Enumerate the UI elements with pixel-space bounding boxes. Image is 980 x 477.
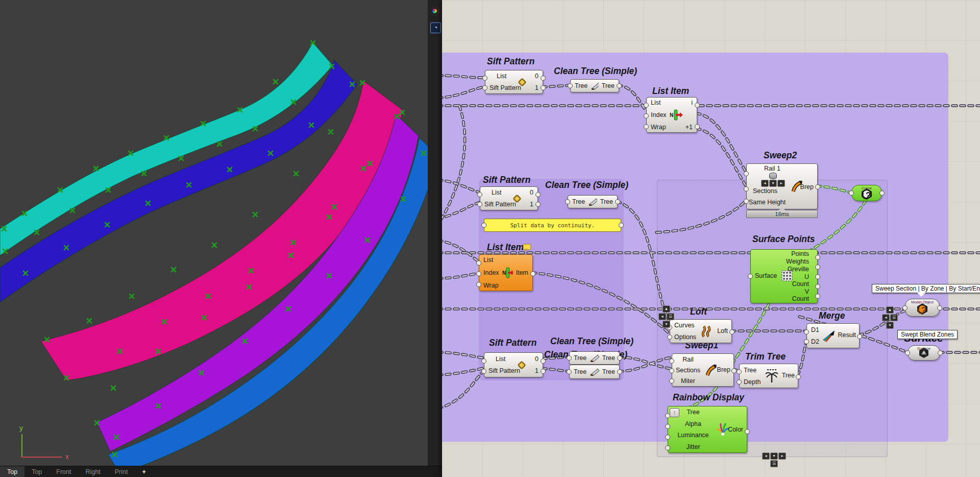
param-model-object[interactable]: Model Object (905, 299, 940, 317)
panel-text: Split data by continuity. (510, 222, 595, 229)
title-merge: Merge (819, 311, 845, 321)
list-item-icon: N (502, 267, 513, 278)
component-clean-tree-2[interactable]: Tree Tree (568, 195, 618, 208)
svg-text:N: N (502, 270, 506, 276)
viewport-tab-bar: Top Top Front Right Print + (0, 466, 442, 477)
output-brep: Brep (717, 366, 730, 373)
input-tree: Tree (744, 367, 756, 374)
output-i: i (691, 99, 693, 106)
output-tree: Tree (600, 198, 613, 205)
tab-top-active[interactable]: Top (0, 466, 24, 477)
param-surface[interactable]: Surface (908, 345, 940, 361)
component-sift-pattern-1[interactable]: List0 Sift Pattern1 (485, 70, 543, 94)
tooltip-swept-blend-zones: Swept Blend Zones (897, 330, 958, 339)
input-alpha: Alpha (685, 420, 701, 427)
output-weights: Weights (786, 258, 809, 265)
grasshopper-canvas[interactable]: Sift Pattern Clean Tree (Simple) List It… (442, 0, 980, 477)
output-points: Points (791, 250, 809, 257)
title-clean-tree-3: Clean Tree (Simple) (550, 336, 633, 347)
viewport-geometry (0, 0, 428, 466)
title-sift-pattern-1: Sift Pattern (487, 56, 534, 67)
param-surface-label: Surface (908, 346, 940, 351)
component-merge[interactable]: D1 D2 Result (806, 323, 860, 348)
output-1: 1 (535, 367, 538, 374)
output-0: 0 (530, 189, 533, 196)
warning-balloon-icon (523, 244, 532, 252)
rhino-viewport[interactable]: y x (0, 0, 428, 466)
tab-right[interactable]: Right (79, 466, 108, 477)
tab-add-viewport[interactable]: + (135, 466, 153, 477)
input-jitter: Jitter (686, 443, 700, 450)
param-model-object-label: Model Object (905, 300, 939, 304)
output-tree: Tree (602, 82, 615, 89)
input-tree: Tree (572, 198, 585, 205)
component-surface-points[interactable]: Surface Points Weights Greville U Count … (750, 249, 818, 303)
component-sweep2[interactable]: Rail 1 ◂▾▸ Sections Same Height Brep (746, 163, 818, 209)
component-list-item-2[interactable]: List Index N Item Wrap (479, 254, 533, 291)
title-sweep2: Sweep2 (764, 150, 797, 161)
input-d1: D1 (811, 326, 819, 333)
color-wheel-icon[interactable] (430, 7, 439, 15)
panel-note[interactable]: Split data by continuity. (484, 219, 621, 232)
tab-print[interactable]: Print (108, 466, 135, 477)
grasshopper-icon[interactable]: ◔ (430, 22, 441, 33)
component-list-item-1[interactable]: Listi Index N Wrap+1 (646, 97, 697, 133)
output-1: 1 (535, 84, 538, 91)
input-sift-pattern: Sift Pattern (484, 201, 516, 208)
component-clean-tree-4[interactable]: Tree Tree (569, 365, 620, 379)
title-clean-tree-2: Clean Tree (Simple) (545, 180, 628, 190)
saw-icon (588, 198, 597, 206)
component-rainbow-display[interactable]: ↑ Tree Alpha Luminance Jitter Color (668, 406, 747, 453)
tab-top[interactable]: Top (24, 466, 49, 477)
list-item-icon: N (670, 109, 683, 121)
component-clean-tree-3[interactable]: Tree Tree (569, 351, 620, 365)
input-sift-pattern: Sift Pattern (488, 367, 520, 374)
input-list: List (651, 99, 660, 106)
output-0: 0 (535, 355, 538, 363)
input-tree: Tree (687, 409, 699, 416)
input-wrap: Wrap (651, 124, 666, 131)
saw-icon (591, 82, 599, 90)
output-tree: Tree (602, 354, 615, 362)
component-loft[interactable]: Curves Options Loft (670, 319, 732, 343)
sweep-icon (706, 364, 717, 376)
title-trim-tree: Trim Tree (745, 351, 786, 362)
rail-cycle-widget[interactable]: ◂▾▸ (761, 173, 785, 187)
saw-icon (590, 354, 599, 362)
loft-cycle-widget[interactable]: ▲ ◂☰ ▾ (658, 305, 674, 328)
input-d2: D2 (811, 338, 819, 345)
input-sections: Sections (676, 367, 700, 374)
output-1: 1 (530, 201, 533, 208)
input-index: Index (651, 111, 667, 118)
input-depth: Depth (744, 378, 761, 386)
component-clean-tree-1[interactable]: Tree Tree (570, 79, 619, 92)
model-object-widget[interactable]: ▲ ◂☰ ▾ (882, 306, 898, 329)
input-same-height: Same Height (749, 199, 786, 206)
input-luminance: Luminance (677, 432, 708, 439)
component-sift-pattern-3[interactable]: List0 Sift Pattern1 (484, 352, 543, 377)
input-list: List (492, 189, 501, 196)
tab-front[interactable]: Front (49, 466, 78, 477)
bottom-cycle-widget[interactable]: ◂▾▸ ☰ (762, 452, 786, 467)
component-trim-tree[interactable]: Tree Depth Tree (739, 364, 798, 388)
title-surface-points: Surface Points (752, 234, 815, 245)
title-list-item-2: List Item (487, 242, 524, 253)
preview-up-button[interactable]: ↑ (670, 408, 679, 417)
param-curve-label: Curve (852, 186, 881, 190)
rhino-side-panel-edge: ◔ (428, 0, 443, 466)
saw-icon (590, 368, 599, 376)
title-rainbow-display: Rainbow Display (673, 392, 744, 403)
output-color: Color (728, 426, 743, 433)
input-tree: Tree (574, 368, 586, 375)
component-sweep1[interactable]: Rail Sections Miter Brep (672, 353, 734, 387)
axis-x-line (21, 457, 62, 458)
output-loft: Loft (717, 327, 728, 335)
tooltip-sweep-section: Sweep Section | By Zone | By Start/End (872, 284, 980, 293)
axis-x-label: x (65, 452, 69, 461)
output-result: Result (838, 331, 856, 339)
output-v-count: V Count (787, 288, 809, 302)
param-curve[interactable]: Curve (851, 185, 882, 201)
component-sift-pattern-2[interactable]: List0 Sift Pattern1 (480, 186, 538, 210)
input-rail1: Rail 1 (764, 165, 780, 172)
input-curves: Curves (674, 322, 695, 329)
